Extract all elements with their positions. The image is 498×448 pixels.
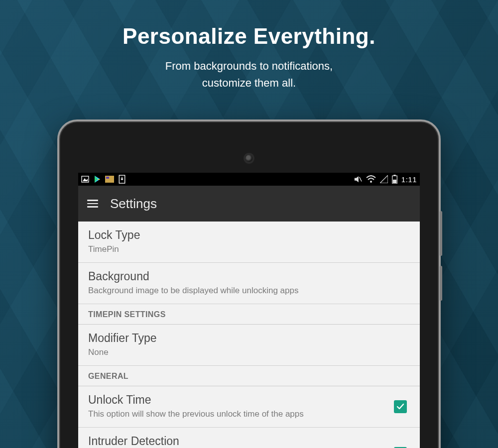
device-button (440, 266, 442, 301)
front-camera (246, 155, 252, 162)
setting-lock-type[interactable]: Lock Type TimePin (78, 222, 420, 263)
hero-subtitle: From backgrounds to notifications, custo… (0, 58, 498, 92)
menu-icon[interactable] (87, 198, 98, 209)
setting-background[interactable]: Background Background image to be displa… (78, 263, 420, 304)
play-store-icon (93, 175, 101, 183)
setting-title: Intruder Detection (88, 435, 386, 448)
signal-icon (380, 175, 388, 183)
app-icon (105, 175, 114, 183)
setting-modifier-type[interactable]: Modifier Type None (78, 325, 420, 366)
setting-unlock-time[interactable]: Unlock Time This option will show the pr… (78, 386, 420, 428)
battery-icon (392, 175, 397, 184)
setting-intruder-detection[interactable]: Intruder Detection After enabling this o… (78, 428, 420, 448)
download-icon (118, 175, 126, 183)
device-button (440, 211, 442, 256)
svg-rect-14 (393, 180, 396, 183)
svg-marker-8 (355, 176, 359, 182)
hero-title: Personalize Everything. (0, 24, 498, 49)
svg-rect-6 (106, 177, 109, 179)
checkbox-checked-icon[interactable] (394, 400, 407, 413)
setting-subtitle: TimePin (88, 244, 410, 255)
image-icon (81, 175, 89, 183)
status-time: 1:11 (401, 175, 417, 184)
setting-subtitle: None (88, 347, 410, 358)
page-title: Settings (110, 196, 157, 212)
settings-list[interactable]: Lock Type TimePin Background Background … (78, 222, 420, 448)
device-screen: 1:11 Settings Lock Type TimePin Backgrou… (78, 173, 420, 448)
section-header-general: GENERAL (78, 366, 420, 386)
setting-title: Lock Type (88, 228, 410, 242)
setting-title: Background (88, 270, 410, 283)
svg-marker-11 (380, 175, 388, 183)
svg-point-10 (370, 181, 372, 183)
setting-subtitle: Background image to be displayed while u… (88, 285, 410, 297)
setting-subtitle: This option will show the previous unloc… (88, 409, 386, 420)
app-toolbar: Settings (78, 186, 420, 222)
setting-title: Modifier Type (88, 332, 410, 345)
setting-title: Unlock Time (88, 393, 386, 407)
status-bar: 1:11 (78, 173, 420, 186)
tablet-frame: 1:11 Settings Lock Type TimePin Backgrou… (57, 119, 441, 448)
wifi-icon (366, 175, 376, 183)
section-header-timepin: TIMEPIN SETTINGS (78, 304, 420, 325)
hero-banner: Personalize Everything. From backgrounds… (0, 0, 498, 92)
svg-line-9 (359, 177, 361, 182)
svg-marker-1 (83, 178, 88, 181)
mute-icon (354, 175, 362, 183)
